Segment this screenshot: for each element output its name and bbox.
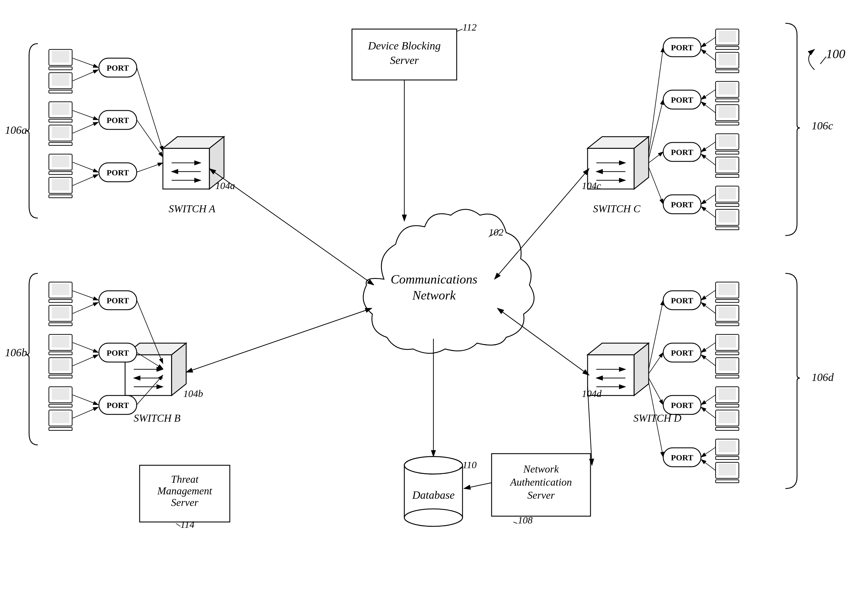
laptop-c3-1 — [716, 134, 739, 154]
main-svg: Communications Network 102 Device Blocki… — [0, 0, 868, 613]
diagram-container: Communications Network 102 Device Blocki… — [0, 0, 868, 613]
svg-line-5 — [457, 29, 462, 31]
port-a3: PORT — [99, 163, 137, 182]
svg-line-184 — [701, 395, 716, 405]
switch-b-label: SWITCH B — [134, 412, 181, 424]
laptop-a3-2 — [49, 177, 72, 198]
switch-c-ref: 104c — [582, 180, 601, 191]
nas-label3: Server — [527, 489, 555, 501]
svg-rect-86 — [52, 283, 69, 295]
svg-rect-157 — [716, 300, 739, 302]
svg-rect-118 — [719, 31, 736, 42]
svg-line-102 — [73, 291, 98, 300]
laptop-a2-2 — [49, 125, 72, 146]
port-d4-label: PORT — [671, 453, 693, 462]
device-blocking-server: Device Blocking Server 112 — [352, 22, 476, 80]
port-d1-label: PORT — [671, 296, 693, 305]
port-b3: PORT — [99, 395, 137, 414]
laptop-b3-2 — [49, 410, 72, 430]
laptop-d3-1 — [716, 387, 739, 407]
port-a3-label: PORT — [107, 168, 129, 177]
svg-rect-164 — [719, 336, 736, 347]
laptop-b3-1 — [49, 387, 72, 407]
svg-rect-124 — [719, 83, 736, 94]
svg-rect-61 — [49, 119, 72, 122]
laptop-a1-2 — [49, 73, 72, 93]
svg-rect-175 — [716, 457, 739, 460]
svg-rect-139 — [719, 211, 736, 223]
svg-rect-179 — [719, 464, 736, 475]
svg-rect-172 — [716, 427, 739, 430]
port-d3: PORT — [663, 395, 701, 414]
port-c1-label: PORT — [671, 43, 693, 52]
svg-rect-64 — [49, 142, 72, 146]
port-c4-label: PORT — [671, 200, 693, 209]
svg-rect-120 — [716, 70, 739, 73]
port-d2-label: PORT — [671, 348, 693, 358]
svg-line-152 — [649, 300, 663, 369]
svg-rect-91 — [49, 352, 72, 355]
svg-line-141 — [701, 50, 716, 60]
svg-rect-121 — [719, 54, 736, 65]
switch-a-label: SWITCH A — [169, 203, 215, 215]
svg-rect-65 — [52, 127, 69, 138]
switch-b-ref: 104b — [183, 388, 203, 399]
svg-rect-166 — [716, 375, 739, 378]
dbs-ref: 112 — [462, 22, 476, 33]
svg-line-140 — [701, 37, 716, 47]
svg-line-147 — [701, 206, 716, 218]
svg-line-145 — [701, 154, 716, 165]
port-a1: PORT — [99, 58, 137, 77]
svg-rect-126 — [716, 122, 739, 125]
svg-rect-68 — [52, 156, 69, 167]
laptop-d2-2 — [716, 358, 739, 378]
svg-line-143 — [701, 102, 716, 113]
port-a2: PORT — [99, 110, 137, 129]
svg-line-15 — [513, 522, 517, 523]
svg-line-113 — [649, 99, 663, 158]
nas-label2: Authentication — [510, 476, 572, 488]
laptop-a3-1 — [49, 154, 72, 175]
port-b1: PORT — [99, 291, 137, 310]
laptop-d1-1 — [716, 282, 739, 302]
laptop-d2-1 — [716, 334, 739, 355]
laptop-c4-2 — [716, 209, 739, 230]
svg-line-115 — [649, 167, 663, 204]
svg-rect-132 — [716, 175, 739, 177]
tms-label1: Threat — [171, 474, 199, 485]
svg-line-18 — [176, 523, 180, 526]
group-b-label: 106b — [5, 346, 27, 359]
svg-rect-70 — [49, 195, 72, 198]
svg-rect-88 — [49, 323, 72, 326]
svg-rect-71 — [52, 179, 69, 190]
laptop-c4-1 — [716, 186, 739, 206]
svg-line-53 — [137, 163, 163, 172]
svg-rect-98 — [52, 388, 69, 400]
svg-rect-173 — [719, 412, 736, 423]
svg-rect-169 — [716, 404, 739, 407]
svg-point-9 — [405, 509, 462, 526]
nas-ref: 108 — [518, 515, 533, 525]
port-d1: PORT — [663, 291, 701, 310]
laptop-a1-1 — [49, 50, 72, 70]
svg-line-187 — [701, 460, 716, 471]
svg-line-76 — [73, 162, 98, 172]
laptop-d4-2 — [716, 462, 739, 483]
svg-line-106 — [73, 395, 98, 405]
svg-line-112 — [649, 47, 663, 154]
svg-rect-97 — [49, 404, 72, 407]
communications-network-cloud: Communications Network 102 — [363, 209, 534, 353]
svg-rect-117 — [716, 46, 739, 50]
port-c3-label: PORT — [671, 148, 693, 157]
database-label: Database — [412, 489, 455, 501]
switch-d — [587, 343, 649, 395]
svg-line-180 — [701, 290, 716, 300]
svg-line-103 — [73, 302, 98, 313]
tms-label2: Management — [157, 485, 212, 497]
svg-rect-127 — [719, 106, 736, 118]
port-d2: PORT — [663, 343, 701, 362]
svg-rect-163 — [716, 352, 739, 355]
svg-line-153 — [649, 353, 663, 374]
laptop-a2-1 — [49, 102, 72, 122]
port-a2-label: PORT — [107, 116, 129, 125]
